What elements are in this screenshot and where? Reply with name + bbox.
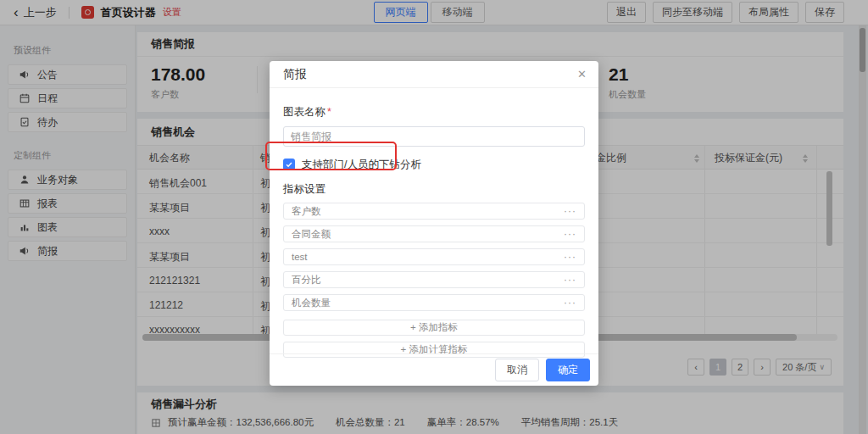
drill-down-label: 支持部门/人员的下钻分析: [302, 158, 421, 172]
metric-row[interactable]: 客户数 ···: [283, 203, 585, 220]
modal-title: 简报: [283, 67, 307, 82]
metric-row[interactable]: 百分比 ···: [283, 271, 585, 288]
more-options-icon[interactable]: ···: [564, 228, 576, 240]
metric-row[interactable]: 机会数量 ···: [283, 294, 585, 311]
metric-row[interactable]: test ···: [283, 248, 585, 265]
more-options-icon[interactable]: ···: [564, 297, 576, 309]
cancel-button[interactable]: 取消: [495, 359, 539, 381]
add-metric-button[interactable]: + 添加指标: [283, 320, 585, 336]
homepage-designer-screen: ‹ 上一步 首页设计器 设置 网页端 移动端 退出 同步至移动端 布局属性 保存…: [0, 0, 868, 434]
modal-header: 简报 ✕: [270, 61, 598, 88]
modal-footer: 取消 确定: [270, 353, 598, 386]
drill-down-checkbox[interactable]: [283, 159, 295, 170]
drill-down-row: 支持部门/人员的下钻分析: [283, 156, 585, 173]
brief-settings-modal: 简报 ✕ 图表名称* 支持部门/人员的下钻分析 指标设置 客户数 ··· 合同金…: [270, 61, 598, 386]
chart-name-label: 图表名称*: [283, 105, 585, 120]
metrics-settings-label: 指标设置: [283, 182, 585, 197]
chart-name-input[interactable]: [283, 126, 585, 147]
close-icon[interactable]: ✕: [577, 68, 587, 81]
more-options-icon[interactable]: ···: [564, 274, 576, 286]
more-options-icon[interactable]: ···: [564, 251, 576, 263]
confirm-button[interactable]: 确定: [546, 359, 590, 381]
more-options-icon[interactable]: ···: [564, 205, 576, 217]
required-asterisk: *: [327, 106, 331, 118]
metric-row[interactable]: 合同金额 ···: [283, 225, 585, 242]
check-icon: [285, 160, 293, 169]
modal-body: 图表名称* 支持部门/人员的下钻分析 指标设置 客户数 ··· 合同金额 ···…: [270, 105, 598, 358]
